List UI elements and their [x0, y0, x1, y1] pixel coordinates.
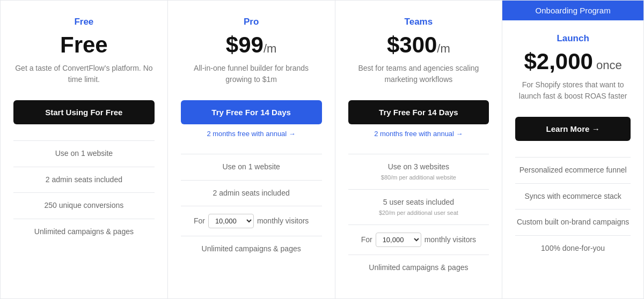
- feature-sub-teams-0: $80/m per additional website: [348, 174, 489, 182]
- feature-item-launch-0: Personalized ecommerce funnel: [515, 157, 631, 183]
- feature-item-free-0: Use on 1 website: [13, 140, 155, 167]
- feature-text-pro-1: 2 admin seats included: [213, 189, 290, 197]
- feature-text-free-3: Unlimited campaigns & pages: [34, 227, 134, 236]
- plan-description-teams: Best for teams and agencies scaling mark…: [348, 63, 489, 88]
- plan-description-pro: All-in-one funnel builder for brands gro…: [181, 63, 322, 88]
- feature-sub-teams-1: $20/m per additional user seat: [348, 209, 489, 217]
- feature-item-free-2: 250 unique conversions: [13, 192, 155, 219]
- plan-description-free: Get a taste of ConvertFlow's platform. N…: [13, 63, 155, 88]
- annual-note-teams[interactable]: 2 months free with annual →: [374, 130, 463, 138]
- launch-banner: Onboarding Program: [502, 1, 643, 20]
- features-list-launch: Personalized ecommerce funnelSyncs with …: [515, 157, 631, 261]
- monthly-visitors-label-teams: monthly visitors: [425, 235, 476, 245]
- cta-button-teams[interactable]: Try Free For 14 Days: [348, 100, 489, 124]
- cta-button-pro[interactable]: Try Free For 14 Days: [181, 100, 322, 124]
- feature-item-teams-3: Unlimited campaigns & pages: [348, 255, 489, 281]
- plan-name-pro: Pro: [244, 17, 259, 27]
- plan-wrapper-launch: Onboarding ProgramLaunch$2,000 onceFor S…: [502, 1, 643, 298]
- feature-item-teams-1: 5 user seats included$20/m per additiona…: [348, 189, 489, 225]
- feature-text-teams-1: 5 user seats included: [383, 198, 454, 206]
- feature-item-launch-1: Syncs with ecommerce stack: [515, 183, 631, 210]
- visitors-select-teams[interactable]: 10,00025,00050,000100,000250,000: [376, 233, 421, 247]
- plan-card-teams: Teams$300/mBest for teams and agencies s…: [335, 1, 503, 298]
- feature-text-launch-1: Syncs with ecommerce stack: [524, 192, 621, 200]
- cta-button-free[interactable]: Start Using For Free: [13, 100, 155, 124]
- annual-note-pro[interactable]: 2 months free with annual →: [207, 130, 295, 138]
- visitors-for-label-pro: For: [194, 216, 205, 227]
- feature-item-launch-3: 100% done-for-you: [515, 235, 631, 261]
- features-list-free: Use on 1 website2 admin seats included25…: [13, 140, 155, 244]
- monthly-visitors-label-pro: monthly visitors: [257, 216, 309, 227]
- feature-item-teams-2[interactable]: For10,00025,00050,000100,000250,000month…: [348, 225, 489, 255]
- feature-item-pro-2[interactable]: For10,00025,00050,000100,000250,000month…: [181, 206, 322, 236]
- feature-text-teams-3: Unlimited campaigns & pages: [369, 263, 468, 272]
- plan-price-launch: $2,000 once: [524, 49, 621, 74]
- feature-text-pro-0: Use on 1 website: [222, 162, 280, 171]
- feature-text-launch-0: Personalized ecommerce funnel: [519, 166, 627, 174]
- plan-card-pro: Pro$99/mAll-in-one funnel builder for br…: [168, 1, 335, 298]
- plan-card-launch: Launch$2,000 onceFor Shopify stores that…: [502, 20, 643, 298]
- plan-name-launch: Launch: [557, 33, 589, 44]
- feature-text-launch-3: 100% done-for-you: [541, 244, 605, 252]
- feature-text-free-0: Use on 1 website: [55, 149, 113, 158]
- feature-item-free-3: Unlimited campaigns & pages: [13, 219, 155, 245]
- plan-price-pro: $99/m: [226, 33, 277, 57]
- feature-text-free-1: 2 admin seats included: [46, 175, 122, 184]
- cta-button-launch[interactable]: Learn More →: [515, 117, 631, 141]
- visitors-for-label-teams: For: [361, 235, 372, 245]
- plan-card-free: FreeFreeGet a taste of ConvertFlow's pla…: [1, 1, 168, 298]
- pricing-table: FreeFreeGet a taste of ConvertFlow's pla…: [0, 0, 644, 299]
- feature-text-free-2: 250 unique conversions: [44, 201, 123, 210]
- feature-text-launch-2: Custom built on-brand campaigns: [517, 218, 629, 226]
- plan-price-teams: $300/m: [387, 33, 450, 57]
- plan-name-free: Free: [74, 17, 93, 27]
- feature-text-pro-3: Unlimited campaigns & pages: [202, 244, 301, 253]
- visitors-select-pro[interactable]: 10,00025,00050,000100,000250,000: [208, 214, 254, 228]
- feature-item-teams-0: Use on 3 websites$80/m per additional we…: [348, 154, 489, 189]
- feature-item-pro-3: Unlimited campaigns & pages: [181, 236, 322, 262]
- feature-text-teams-0: Use on 3 websites: [388, 162, 449, 171]
- plan-description-launch: For Shopify stores that want to launch f…: [515, 79, 631, 105]
- feature-item-pro-0: Use on 1 website: [181, 154, 322, 180]
- visitors-row-pro: For10,00025,00050,000100,000250,000month…: [181, 214, 322, 228]
- plan-name-teams: Teams: [405, 17, 433, 27]
- visitors-row-teams: For10,00025,00050,000100,000250,000month…: [348, 233, 489, 247]
- features-list-pro: Use on 1 website2 admin seats includedFo…: [181, 154, 322, 262]
- feature-item-pro-1: 2 admin seats included: [181, 180, 322, 206]
- feature-item-launch-2: Custom built on-brand campaigns: [515, 209, 631, 235]
- plan-price-free: Free: [60, 33, 108, 57]
- features-list-teams: Use on 3 websites$80/m per additional we…: [348, 154, 489, 281]
- feature-item-free-1: 2 admin seats included: [13, 167, 155, 193]
